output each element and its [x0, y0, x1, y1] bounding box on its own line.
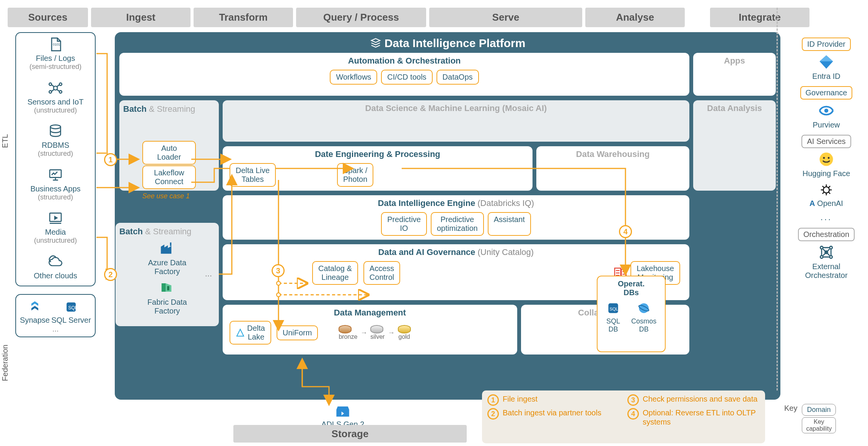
source-files-sub: (semi-structured) [19, 63, 92, 71]
source-files-title: Files / Logs [19, 54, 92, 63]
svg-point-2 [49, 83, 52, 85]
step-badge-3: 3 [272, 264, 285, 277]
iot-icon [48, 80, 63, 96]
operational-dbs-title: Operat. DBs [601, 279, 662, 297]
key-domain: Domain [802, 404, 836, 416]
federation-synapse: Synapse [20, 316, 50, 325]
chip-predictive-opt: Predictive optimization [431, 212, 484, 236]
key-label: Key [784, 404, 797, 413]
source-iot-title: Sensors and IoT [19, 97, 92, 106]
chip-delta-live-tables: Delta Live Tables [230, 163, 276, 187]
federation-box: Synapse SQL SQL Server ... [15, 294, 96, 337]
legend-text-4: Optional: Reverse ETL into OLTP systems [643, 408, 761, 426]
chip-dataops: DataOps [436, 70, 479, 85]
label-orchestration: Orchestration [798, 228, 855, 241]
vertical-label-etl: ETL [1, 134, 10, 148]
source-media-title: Media [19, 227, 92, 237]
source-other-clouds: Other clouds [19, 254, 92, 280]
monitor-icon [48, 167, 63, 183]
svg-point-4 [49, 90, 52, 93]
medallion-layers: bronze → silver → gold [339, 325, 410, 340]
source-rdbms-sub: (structured) [19, 150, 92, 158]
source-rdbms: RDBMS (structured) [19, 124, 92, 158]
ext-adf-label: Azure Data Factory [119, 258, 215, 276]
sources-column: 0101 Files / Logs (semi-structured) Sens… [15, 32, 96, 337]
pane-dep-title: Date Engineering & Processing [223, 146, 533, 161]
step-badge-4: 4 [619, 225, 632, 238]
pane-dm-title: Data Management [223, 305, 517, 319]
header-sources: Sources [8, 8, 88, 27]
pane-gov-title: Data and AI Governance (Unity Catalog) [223, 244, 689, 259]
chip-auto-loader: Auto Loader [142, 141, 196, 165]
source-files: 0101 Files / Logs (semi-structured) [19, 37, 92, 71]
arrow-icon: → [360, 329, 367, 337]
cloud-icon [48, 254, 63, 270]
legend-badge-1: 1 [487, 394, 499, 406]
svg-point-24 [830, 246, 832, 249]
azure-data-factory-icon [159, 240, 176, 256]
chip-assistant: Assistant [488, 212, 531, 236]
see-use-case-note: See use case 1 [142, 192, 190, 200]
source-bizapps: Business Apps (structured) [19, 167, 92, 202]
pane-apps-title: Apps [693, 53, 776, 67]
svg-point-18 [824, 109, 829, 113]
legend-text-3: Check permissions and save data [643, 394, 757, 404]
platform-title: Data Intelligence Platform [119, 37, 776, 50]
pane-data-engineering: Date Engineering & Processing Delta Live… [223, 146, 533, 191]
pane-data-warehousing: Data Warehousing [536, 146, 689, 191]
header-query: Query / Process [296, 8, 426, 27]
source-bizapps-title: Business Apps [19, 184, 92, 193]
external-orchestrator-icon [818, 244, 834, 260]
vertical-label-federation: Federation [1, 345, 10, 381]
legend-badge-3: 3 [627, 394, 639, 406]
sources-box: 0101 Files / Logs (semi-structured) Sens… [15, 32, 96, 286]
source-media: Media (unstructured) [19, 211, 92, 245]
gold-icon [398, 325, 411, 333]
pane-batch-title: Batch & Streaming [123, 104, 215, 114]
pane-dsml-title: Data Science & Machine Learning (Mosaic … [223, 100, 689, 115]
storage-header: Storage [233, 425, 467, 443]
entra-id-icon [818, 54, 834, 70]
header-transform: Transform [194, 8, 293, 27]
header-ingest: Ingest [91, 8, 191, 27]
label-ai-services: AI Services [801, 135, 851, 148]
step-badge-2: 2 [104, 268, 117, 281]
chip-cicd: CI/CD tools [381, 70, 432, 85]
external-ingest-box: Batch & Streaming Azure Data Factory ...… [116, 223, 219, 326]
media-icon [48, 211, 63, 226]
cosmos-db-icon [637, 301, 651, 315]
svg-point-6 [50, 125, 61, 129]
chip-spark-photon: Spark / Photon [337, 163, 373, 187]
vertical-divider [777, 8, 778, 390]
ext-dots: ... [205, 269, 212, 279]
delta-icon [236, 328, 245, 337]
source-rdbms-title: RDBMS [19, 140, 92, 150]
fabric-data-factory-icon [159, 279, 176, 296]
source-media-sub: (unstructured) [19, 237, 92, 245]
source-bizapps-sub: (structured) [19, 193, 92, 202]
ext-fabric-label: Fabric Data Factory [119, 298, 215, 315]
pane-batch-streaming: Batch & Streaming Auto Loader Lakeflow C… [119, 100, 219, 191]
chip-lakeflow-connect: Lakeflow Connect [142, 165, 196, 189]
hugging-face-icon [818, 151, 834, 167]
database-icon [48, 124, 63, 139]
sql-db-icon: SQL [606, 301, 620, 315]
chip-uniform: UniForm [277, 325, 318, 340]
federation-sqlserver: SQL Server [51, 316, 91, 325]
header-analyse: Analyse [585, 8, 685, 27]
svg-point-26 [830, 256, 832, 258]
svg-text:SQL: SQL [68, 305, 78, 310]
chip-delta-lake: Delta Lake [230, 321, 271, 345]
svg-point-19 [820, 153, 833, 166]
pane-dw-title: Data Warehousing [536, 146, 689, 161]
svg-text:SQL: SQL [609, 307, 618, 311]
svg-point-25 [820, 256, 823, 258]
legend-text-2: Batch ingest via partner tools [503, 408, 601, 417]
pane-data-analysis: Data Analysis [693, 100, 776, 191]
data-intelligence-platform: Data Intelligence Platform Automation & … [115, 32, 780, 400]
integrate-dots: ... [788, 212, 865, 222]
pane-automation-title: Automation & Orchestration [119, 53, 689, 67]
arrow-icon: → [388, 329, 395, 337]
integrate-column: ID Provider Entra ID Governance Purview … [788, 32, 865, 284]
storage-icon [335, 405, 350, 418]
